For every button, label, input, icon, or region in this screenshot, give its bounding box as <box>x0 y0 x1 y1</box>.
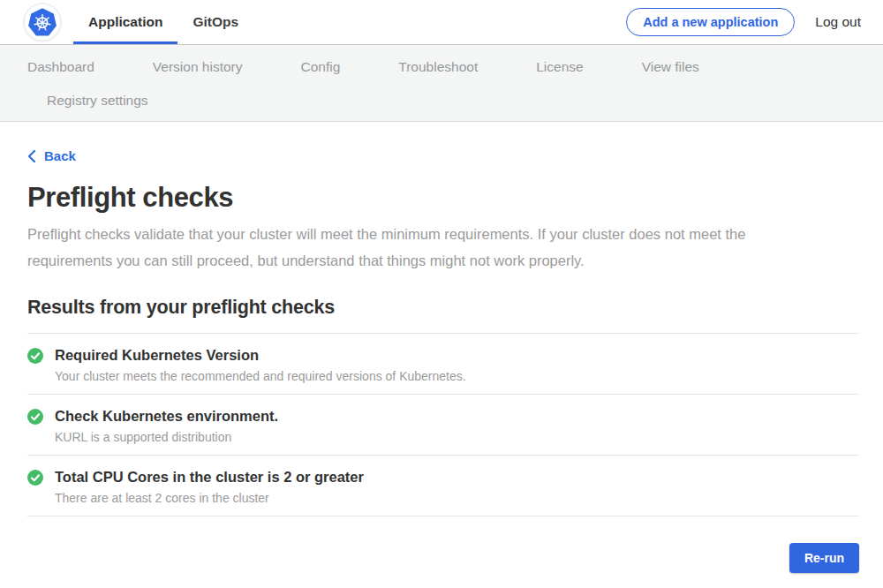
preflight-results-list: Required Kubernetes Version Your cluster… <box>27 333 859 516</box>
top-nav: Application GitOps Add a new application… <box>0 0 883 45</box>
primary-tabs: Application GitOps <box>73 0 253 44</box>
check-circle-icon <box>27 470 43 486</box>
chevron-left-icon <box>27 150 35 162</box>
page-title: Preflight checks <box>27 182 859 214</box>
subnav-row-2: Registry settings <box>27 93 883 109</box>
add-new-application-button[interactable]: Add a new application <box>626 8 795 36</box>
back-link[interactable]: Back <box>27 148 76 163</box>
check-detail: There are at least 2 cores in the cluste… <box>55 491 859 505</box>
app-subnav: Dashboard Version history Config Trouble… <box>0 45 883 122</box>
logout-link[interactable]: Log out <box>815 14 861 30</box>
tab-application[interactable]: Application <box>73 0 177 44</box>
tab-gitops-label: GitOps <box>192 14 238 30</box>
check-title: Total CPU Cores in the cluster is 2 or g… <box>55 469 364 486</box>
back-link-label: Back <box>44 148 76 163</box>
check-title: Check Kubernetes environment. <box>55 408 278 425</box>
check-detail: KURL is a supported distribution <box>55 430 859 444</box>
subnav-item-dashboard[interactable]: Dashboard <box>27 59 94 75</box>
tab-gitops[interactable]: GitOps <box>177 0 253 44</box>
check-detail: Your cluster meets the recommended and r… <box>55 369 859 383</box>
results-heading: Results from your preflight checks <box>27 297 859 319</box>
subnav-row-1: Dashboard Version history Config Trouble… <box>27 59 883 75</box>
subnav-item-registry-settings[interactable]: Registry settings <box>47 93 148 109</box>
check-circle-icon <box>27 409 43 425</box>
subnav-item-config[interactable]: Config <box>301 59 341 75</box>
tab-application-label: Application <box>88 14 162 30</box>
subnav-item-troubleshoot[interactable]: Troubleshoot <box>398 59 478 75</box>
page-description: Preflight checks validate that your clus… <box>27 221 833 274</box>
preflight-check-row: Total CPU Cores in the cluster is 2 or g… <box>27 456 859 516</box>
preflight-check-row: Required Kubernetes Version Your cluster… <box>27 334 859 395</box>
subnav-item-view-files[interactable]: View files <box>642 59 699 75</box>
preflight-page: Back Preflight checks Preflight checks v… <box>0 122 883 573</box>
check-circle-icon <box>27 348 43 364</box>
check-title: Required Kubernetes Version <box>55 347 259 364</box>
preflight-check-row: Check Kubernetes environment. KURL is a … <box>27 395 859 456</box>
actions-bar: Re-run <box>27 543 859 573</box>
subnav-item-license[interactable]: License <box>536 59 583 75</box>
rerun-button[interactable]: Re-run <box>789 543 859 573</box>
kubernetes-logo-icon[interactable] <box>25 4 60 40</box>
subnav-item-version-history[interactable]: Version history <box>153 59 243 75</box>
